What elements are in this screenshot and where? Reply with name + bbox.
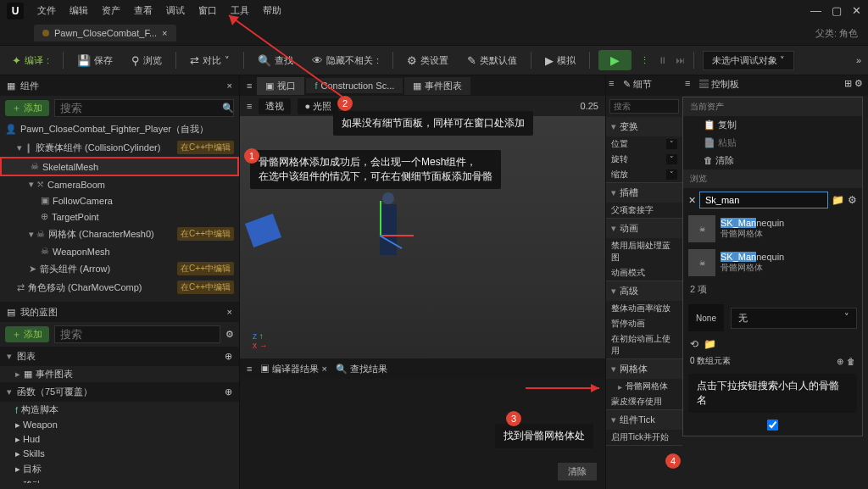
hide-unrelated-button[interactable]: 👁隐藏不相关 : (307, 52, 384, 69)
grid-settings-icon[interactable]: ⊞ ⚙ (839, 75, 868, 96)
simulate-button[interactable]: ▶模拟 (540, 52, 581, 69)
gear-icon[interactable]: ⚙ (848, 194, 857, 206)
component-row[interactable]: ☠SkeletalMesh (0, 157, 239, 176)
class-settings-button[interactable]: ⚙类设置 (402, 52, 453, 69)
functions-section[interactable]: ▾ 函数（75可覆盖） ⊕ (0, 382, 239, 402)
maximize-icon[interactable]: ▢ (832, 4, 842, 17)
mesh-dropdown[interactable]: 无˅ (731, 308, 857, 329)
panel-close-icon[interactable]: × (227, 81, 232, 91)
add-element-icon[interactable]: ⊕ (837, 357, 843, 366)
details-search-input[interactable] (609, 99, 679, 114)
diff-button[interactable]: ⇄对比 ˅ (185, 52, 235, 69)
component-row[interactable]: ☠WeaponMesh (0, 243, 239, 259)
menu-window[interactable]: 窗口 (198, 4, 217, 17)
viewport-tab[interactable]: ▣ 视口 (257, 77, 304, 95)
mesh-section[interactable]: ▾网格体 (606, 359, 682, 379)
blueprint-search-input[interactable] (54, 325, 220, 343)
find-results-tab[interactable]: 🔍 查找结果 (336, 363, 387, 375)
menu-view[interactable]: 查看 (134, 4, 153, 17)
add-icon[interactable]: ⊕ (225, 386, 232, 397)
component-row[interactable]: ▾ ☠网格体 (CharacterMesh0)在C++中编辑 (0, 225, 239, 243)
tab-menu-icon[interactable]: ≡ (243, 81, 255, 91)
tree-root-self[interactable]: 👤 Pawn_CloseCombat_Fighter_Player（自我） (0, 120, 239, 138)
toolbar-chevron-icon[interactable]: » (856, 55, 861, 65)
clear-button[interactable]: 清除 (558, 463, 597, 481)
init-anim-prop[interactable]: 在初始动画上使用 (606, 331, 682, 358)
parent-socket-prop[interactable]: 父项套接字 (606, 203, 682, 218)
graphs-section[interactable]: ▾ 图表 ⊕ (0, 347, 239, 366)
component-row[interactable]: ⊕TargetPoint (0, 208, 239, 225)
add-blueprint-button[interactable]: ＋ 添加 (5, 326, 49, 342)
asset-item[interactable]: ☠SK_Mannequin骨骼网格体 (683, 246, 862, 280)
component-row[interactable]: ▾ ❙胶囊体组件 (CollisionCylinder)在C++中编辑 (0, 138, 239, 157)
construction-tab[interactable]: f Construction Sc... (306, 78, 403, 93)
start-tick-prop[interactable]: 启用Tick并开始 (606, 430, 682, 445)
pause-icon[interactable]: ⏸ (658, 55, 667, 65)
component-row[interactable]: ▾ ⤲CameraBoom (0, 176, 239, 192)
menu-edit[interactable]: 编辑 (70, 4, 88, 17)
folder-icon[interactable]: 📁 (832, 194, 844, 206)
camera-speed[interactable]: 0.25 (581, 101, 598, 111)
asset-item[interactable]: ☠SK_Mannequin骨骼网格体 (683, 212, 862, 246)
event-graph-item[interactable]: ▸▦ 事件图表 (0, 366, 239, 382)
function-item[interactable]: ▸ Hud (0, 432, 239, 447)
eventgraph-tab[interactable]: ▦ 事件图表 (404, 77, 470, 95)
function-item[interactable]: ▸ Skills (0, 447, 239, 461)
menu-help[interactable]: 帮助 (263, 4, 281, 17)
tick-section[interactable]: ▾组件Tick (606, 410, 682, 430)
function-item[interactable]: ▸ Weapon (0, 418, 239, 432)
find-button[interactable]: 🔍查找 (253, 52, 298, 69)
transform-section[interactable]: ▾变换 (606, 117, 682, 136)
perspective-button[interactable]: 透视 (259, 98, 291, 114)
viewport-3d[interactable]: 如果没有细节面板，同样可在窗口处添加 骨骼网格体添加成功后，会出现一个Mesh组… (240, 116, 605, 358)
save-button[interactable]: 💾保存 (72, 52, 118, 69)
component-row[interactable]: ▣FollowCamera (0, 192, 239, 208)
asset-tab[interactable]: Pawn_CloseCombat_F... × (34, 25, 176, 42)
tab-menu-icon[interactable]: ≡ (682, 75, 693, 96)
sockets-section[interactable]: ▾插槽 (606, 183, 682, 203)
advanced-section[interactable]: ▾高级 (606, 281, 682, 301)
clear-search-icon[interactable]: ✕ (688, 195, 696, 206)
skin-cache-prop[interactable]: 蒙皮缓存使用 (606, 394, 682, 409)
class-defaults-button[interactable]: ✎类默认值 (462, 52, 522, 69)
browse-button[interactable]: ⚲浏览 (126, 52, 167, 69)
menu-tools[interactable]: 工具 (231, 4, 249, 17)
disable-pp-prop[interactable]: 禁用后期处理蓝图 (606, 238, 682, 265)
play-button[interactable]: ▶ (598, 50, 632, 70)
details-tab[interactable]: ✎ 细节 (616, 75, 659, 96)
delete-element-icon[interactable]: 🗑 (847, 357, 855, 366)
compile-button[interactable]: ✦编译 : (7, 52, 54, 69)
rotation-prop[interactable]: 旋转˅ (606, 152, 682, 167)
position-prop[interactable]: 位置˅ (606, 136, 682, 152)
browse-to-icon[interactable]: 📁 (704, 338, 716, 350)
close-icon[interactable]: ✕ (852, 4, 861, 17)
component-row[interactable]: ⇄角色移动 (CharMoveComp)在C++中编辑 (0, 278, 239, 297)
function-item[interactable]: ▸ 移动 (0, 477, 239, 483)
component-search-input[interactable] (54, 99, 234, 117)
panel-close-icon[interactable]: × (227, 307, 232, 317)
step-icon[interactable]: ⏭ (676, 55, 685, 65)
function-item[interactable]: f 构造脚本 (0, 402, 239, 418)
tab-menu-icon[interactable]: ≡ (247, 364, 252, 374)
tab-menu-icon[interactable]: ≡ (606, 75, 616, 96)
ctx-clear[interactable]: 🗑 清除 (683, 152, 862, 169)
anim-mode-prop[interactable]: 动画模式 (606, 265, 682, 281)
asset-search-input[interactable] (699, 192, 828, 208)
debug-object-dropdown[interactable]: 未选中调试对象 ˅ (703, 51, 794, 70)
ctx-paste[interactable]: 📄 粘贴 (683, 134, 862, 152)
ctx-copy[interactable]: 📋 复制 (683, 116, 862, 134)
function-item[interactable]: ▸ 目标 (0, 461, 239, 477)
global-scale-prop[interactable]: 整体动画率缩放 (606, 301, 682, 316)
viewport-menu-icon[interactable]: ≡ (247, 101, 252, 111)
skel-mesh-prop[interactable]: ▸骨骼网格体 (606, 379, 682, 394)
add-component-button[interactable]: ＋ 添加 (5, 100, 49, 116)
play-dropdown-icon[interactable]: ⋮ (640, 55, 649, 66)
add-icon[interactable]: ⊕ (225, 351, 232, 362)
pause-anim-prop[interactable]: 暂停动画 (606, 316, 682, 331)
apply-icon[interactable]: ⟲ (690, 338, 698, 350)
menu-file[interactable]: 文件 (37, 4, 56, 17)
component-row[interactable]: ➤箭头组件 (Arrow)在C++中编辑 (0, 259, 239, 278)
tab-close-icon[interactable]: × (162, 28, 167, 38)
menu-debug[interactable]: 调试 (166, 4, 185, 17)
tick-checkbox[interactable] (767, 420, 778, 431)
